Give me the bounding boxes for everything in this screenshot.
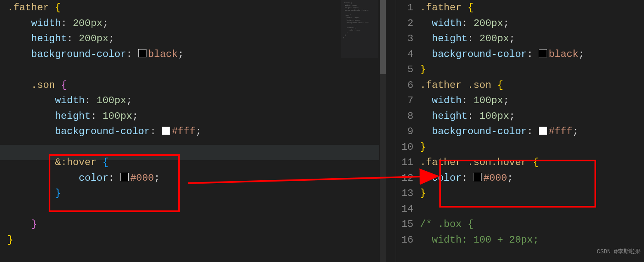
code-line[interactable]: .son { bbox=[7, 78, 396, 93]
color-swatch bbox=[474, 173, 482, 181]
color-swatch bbox=[162, 127, 170, 135]
code-line[interactable]: background-color: black; bbox=[7, 47, 396, 62]
line-number: 10 bbox=[396, 139, 413, 155]
code-line[interactable]: .father .son:hover { bbox=[420, 155, 644, 170]
line-number: 11 bbox=[396, 155, 413, 170]
code-line[interactable]: background-color: black; bbox=[420, 47, 644, 62]
watermark: CSDN @李斯啦果 bbox=[597, 244, 641, 260]
code-area-right[interactable]: .father { width: 200px; height: 200px; b… bbox=[420, 0, 644, 262]
code-line[interactable]: } bbox=[7, 186, 396, 201]
code-line[interactable]: .father { bbox=[420, 0, 644, 16]
line-number: 4 bbox=[396, 47, 413, 62]
code-line[interactable]: height: 100px; bbox=[7, 109, 396, 124]
code-line[interactable]: width: 200px; bbox=[7, 16, 396, 31]
code-line[interactable]: } bbox=[420, 186, 644, 201]
code-line[interactable]: .father .son { bbox=[420, 78, 644, 93]
editor-pane-left[interactable]: .father { width: 200px; height: 200px; b… bbox=[0, 0, 396, 262]
line-gutter: 12345678910111213141516 bbox=[396, 0, 420, 262]
code-line[interactable]: width: 100px; bbox=[420, 93, 644, 109]
color-swatch bbox=[539, 127, 547, 135]
code-line[interactable]: height: 200px; bbox=[7, 31, 396, 47]
code-line[interactable]: color: #000; bbox=[7, 170, 396, 186]
line-number: 15 bbox=[396, 217, 413, 232]
color-swatch bbox=[539, 49, 547, 57]
line-number: 13 bbox=[396, 186, 413, 201]
code-line[interactable] bbox=[7, 139, 396, 155]
code-line[interactable]: &:hover { bbox=[7, 155, 396, 170]
code-area-left[interactable]: .father { width: 200px; height: 200px; b… bbox=[0, 0, 396, 248]
code-line[interactable]: /* .box { bbox=[420, 217, 644, 232]
line-number: 16 bbox=[396, 232, 413, 248]
code-line[interactable]: width: 100px; bbox=[7, 93, 396, 109]
line-number: 1 bbox=[396, 0, 413, 16]
code-line[interactable]: background-color: #fff; bbox=[420, 124, 644, 139]
line-number: 12 bbox=[396, 170, 413, 186]
code-line[interactable] bbox=[420, 201, 644, 217]
line-number: 5 bbox=[396, 62, 413, 78]
line-number: 7 bbox=[396, 93, 413, 109]
code-line[interactable] bbox=[7, 62, 396, 78]
code-line[interactable]: width: 200px; bbox=[420, 16, 644, 31]
code-line[interactable]: height: 100px; bbox=[420, 109, 644, 124]
line-number: 3 bbox=[396, 31, 413, 47]
line-number: 9 bbox=[396, 124, 413, 139]
code-line[interactable]: } bbox=[420, 139, 644, 155]
split-view: .father { width: 200px; height: 200px; b… bbox=[0, 0, 644, 262]
line-number: 8 bbox=[396, 109, 413, 124]
code-line[interactable]: } bbox=[7, 217, 396, 232]
code-line[interactable]: color: #000; bbox=[420, 170, 644, 186]
editor-pane-right[interactable]: 12345678910111213141516 .father { width:… bbox=[396, 0, 644, 262]
code-line[interactable]: background-color: #fff; bbox=[7, 124, 396, 139]
code-line[interactable]: } bbox=[7, 232, 396, 248]
code-line[interactable]: .father { bbox=[7, 0, 396, 16]
line-number: 6 bbox=[396, 78, 413, 93]
line-number: 2 bbox=[396, 16, 413, 31]
code-line[interactable]: height: 200px; bbox=[420, 31, 644, 47]
code-line[interactable] bbox=[7, 201, 396, 217]
color-swatch bbox=[138, 49, 146, 57]
code-line[interactable]: } bbox=[420, 62, 644, 78]
line-number: 14 bbox=[396, 201, 413, 217]
color-swatch bbox=[120, 173, 129, 181]
